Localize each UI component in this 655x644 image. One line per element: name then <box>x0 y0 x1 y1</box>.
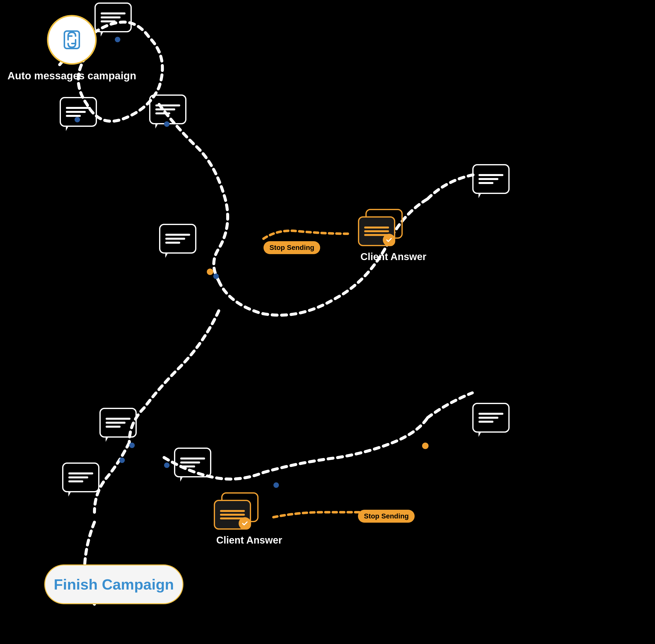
client-answer-group-1: Client Answer <box>358 209 426 262</box>
finish-campaign-label: Finish Campaign <box>54 576 174 593</box>
blue-dot-1 <box>115 37 120 42</box>
orange-dot-2 <box>422 443 428 449</box>
blue-dot-8 <box>274 482 279 488</box>
client-answer-double-bubble-1 <box>358 209 408 249</box>
blue-dot-6 <box>119 458 125 463</box>
svg-rect-0 <box>64 31 79 48</box>
blue-dot-3 <box>164 121 169 127</box>
check-badge-2 <box>239 517 251 530</box>
orange-dot-1 <box>207 269 213 275</box>
stop-sending-2[interactable]: Stop Sending <box>358 510 415 523</box>
message-bubble-3 <box>149 94 186 124</box>
blue-dot-4 <box>213 274 219 279</box>
campaign-icon <box>47 15 97 65</box>
client-answer-double-bubble-2 <box>214 492 263 532</box>
message-bubble-7 <box>62 462 99 492</box>
campaign-title: Auto messages campaign <box>7 70 136 82</box>
message-bubble-9 <box>472 403 510 433</box>
flow-connections <box>0 0 655 644</box>
client-answer-label-2: Client Answer <box>214 535 282 546</box>
message-bubble-2 <box>60 97 97 127</box>
message-bubble-6 <box>99 408 137 438</box>
blue-dot-7 <box>164 462 169 468</box>
client-answer-label-1: Client Answer <box>358 251 426 262</box>
message-bubble-5 <box>472 164 510 194</box>
stop-sending-1[interactable]: Stop Sending <box>263 241 320 254</box>
message-bubble-4 <box>159 224 196 254</box>
blue-dot-2 <box>75 117 80 122</box>
client-answer-group-2: Client Answer <box>214 492 282 546</box>
message-bubble-8 <box>174 447 211 477</box>
blue-dot-5 <box>129 443 135 448</box>
message-bubble-1 <box>94 2 132 32</box>
finish-campaign-button[interactable]: Finish Campaign <box>44 565 184 604</box>
flow-canvas: Auto messages campaign <box>0 0 655 644</box>
check-badge-1 <box>383 234 395 246</box>
